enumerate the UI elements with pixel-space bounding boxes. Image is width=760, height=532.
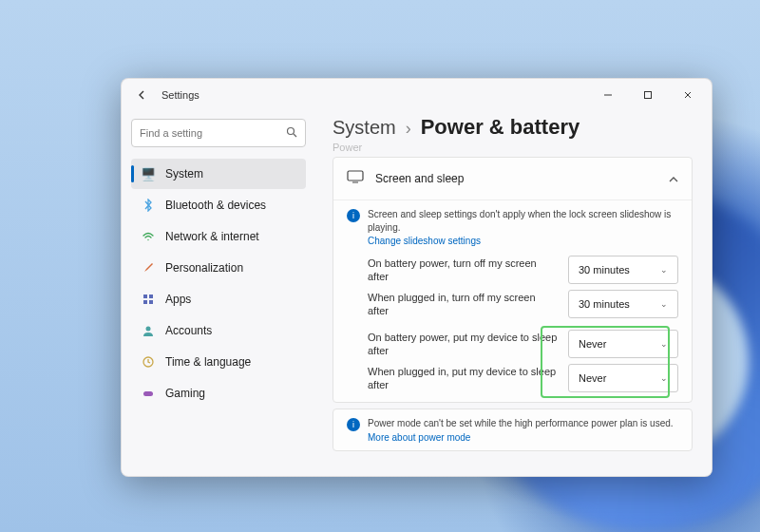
setting-label: When plugged in, turn off my screen afte…: [368, 291, 559, 318]
plugged-screen-off-dropdown[interactable]: 30 minutes ⌄: [568, 290, 678, 318]
nav-label: Time & language: [165, 355, 251, 369]
window-body: 🖥️ System Bluetooth & devices Network & …: [122, 111, 712, 476]
power-mode-info-card: i Power mode can't be set while the high…: [332, 408, 693, 451]
nav-label: System: [165, 167, 203, 180]
svg-rect-11: [348, 171, 363, 180]
sidebar: 🖥️ System Bluetooth & devices Network & …: [122, 111, 314, 476]
system-icon: 🖥️: [141, 166, 156, 181]
info-icon: i: [347, 418, 360, 431]
card-title: Screen and sleep: [375, 172, 657, 185]
chevron-down-icon: ⌄: [660, 373, 668, 383]
setting-label: On battery power, put my device to sleep…: [368, 331, 559, 358]
nav-label: Personalization: [165, 261, 243, 275]
dropdown-value: Never: [579, 372, 606, 384]
svg-point-2: [288, 127, 294, 134]
window-controls: [588, 81, 708, 109]
back-button[interactable]: [133, 86, 152, 104]
breadcrumb-parent[interactable]: System: [332, 117, 396, 139]
nav-item-gaming[interactable]: Gaming: [131, 378, 306, 408]
settings-window: Settings 🖥️ System: [121, 78, 712, 477]
nav-item-network[interactable]: Network & internet: [131, 221, 306, 252]
nav-label: Apps: [165, 293, 191, 306]
nav-item-system[interactable]: 🖥️ System: [131, 159, 306, 189]
app-title: Settings: [162, 89, 200, 101]
battery-sleep-dropdown[interactable]: Never ⌄: [568, 330, 678, 358]
info-icon: i: [347, 209, 360, 222]
breadcrumb: System › Power & battery: [332, 115, 693, 140]
battery-screen-off-dropdown[interactable]: 30 minutes ⌄: [568, 256, 678, 284]
search-box[interactable]: [131, 119, 306, 147]
info-text: Power mode can't be set while the high p…: [368, 417, 674, 430]
svg-point-8: [146, 327, 151, 332]
dropdown-value: Never: [579, 338, 606, 350]
gamepad-icon: [141, 386, 156, 401]
clock-icon: [141, 354, 156, 370]
chevron-right-icon: ›: [406, 119, 411, 139]
setting-row: When plugged in, put my device to sleep …: [368, 364, 678, 392]
svg-rect-7: [149, 300, 153, 304]
nav-list: 🖥️ System Bluetooth & devices Network & …: [131, 159, 306, 408]
nav-label: Gaming: [165, 387, 205, 400]
svg-rect-1: [645, 92, 652, 99]
nav-label: Network & internet: [165, 230, 259, 243]
setting-label: On battery power, turn off my screen aft…: [368, 256, 559, 284]
power-mode-link[interactable]: More about power mode: [368, 432, 674, 443]
setting-row: On battery power, turn off my screen aft…: [368, 256, 678, 284]
chevron-down-icon: ⌄: [660, 299, 668, 309]
nav-item-apps[interactable]: Apps: [131, 284, 306, 314]
bluetooth-icon: [141, 198, 156, 213]
maximize-button[interactable]: [628, 81, 668, 109]
chevron-up-icon: [669, 173, 678, 184]
slideshow-info-banner: i Screen and sleep settings don't apply …: [333, 200, 692, 254]
card-header-toggle[interactable]: Screen and sleep: [333, 158, 692, 200]
titlebar: Settings: [122, 79, 712, 111]
svg-rect-10: [143, 391, 153, 396]
screen-off-group: On battery power, turn off my screen aft…: [333, 254, 692, 328]
nav-item-bluetooth[interactable]: Bluetooth & devices: [131, 190, 306, 220]
brush-icon: [141, 260, 156, 276]
close-button[interactable]: [668, 81, 708, 109]
nav-label: Bluetooth & devices: [165, 199, 266, 212]
chevron-down-icon: ⌄: [660, 265, 668, 275]
chevron-down-icon: ⌄: [660, 339, 668, 349]
nav-item-accounts[interactable]: Accounts: [131, 315, 306, 346]
dropdown-value: 30 minutes: [579, 298, 630, 310]
screen-sleep-card: Screen and sleep i Screen and sleep sett…: [332, 157, 693, 403]
svg-rect-5: [149, 294, 153, 298]
setting-row: On battery power, put my device to sleep…: [368, 330, 678, 358]
search-icon: [286, 126, 297, 141]
minimize-button[interactable]: [588, 81, 628, 109]
svg-rect-6: [143, 300, 147, 304]
wifi-icon: [141, 229, 156, 244]
breadcrumb-current: Power & battery: [421, 115, 580, 140]
person-icon: [141, 323, 156, 338]
nav-label: Accounts: [165, 324, 212, 337]
sleep-group: On battery power, put my device to sleep…: [333, 328, 692, 402]
truncated-prev-section: Power: [332, 142, 693, 153]
display-icon: [347, 170, 364, 187]
info-text: Screen and sleep settings don't apply wh…: [368, 208, 678, 234]
search-input[interactable]: [140, 127, 280, 139]
apps-icon: [141, 292, 156, 307]
setting-row: When plugged in, turn off my screen afte…: [368, 290, 678, 318]
nav-item-personalization[interactable]: Personalization: [131, 253, 306, 283]
setting-label: When plugged in, put my device to sleep …: [368, 365, 559, 392]
plugged-sleep-dropdown[interactable]: Never ⌄: [568, 364, 678, 392]
slideshow-settings-link[interactable]: Change slideshow settings: [368, 236, 678, 246]
dropdown-value: 30 minutes: [579, 264, 630, 276]
content-area: System › Power & battery Power Screen an…: [314, 111, 712, 476]
svg-rect-4: [143, 294, 147, 298]
nav-item-time[interactable]: Time & language: [131, 347, 306, 377]
svg-line-3: [294, 134, 296, 137]
power-mode-info-banner: i Power mode can't be set while the high…: [333, 409, 692, 450]
